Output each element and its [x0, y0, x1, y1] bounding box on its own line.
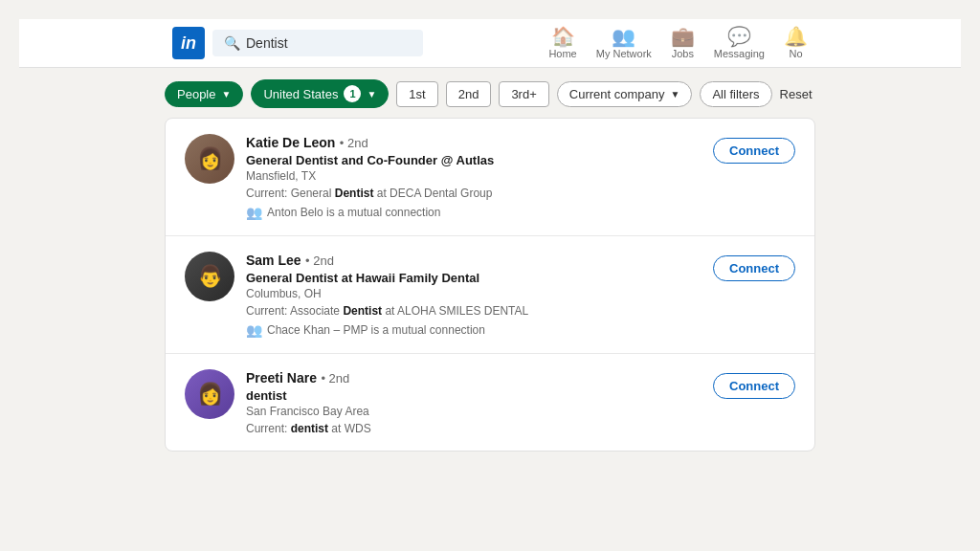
- avatar: 👩: [185, 369, 234, 419]
- connect-button-sam[interactable]: Connect: [713, 255, 795, 281]
- nav-network[interactable]: 👥 My Network: [596, 27, 652, 59]
- result-info-katie: Katie De Leon • 2nd General Dentist and …: [246, 134, 494, 220]
- company-filter-button[interactable]: Current company ▼: [557, 81, 693, 107]
- people-filter-button[interactable]: People ▼: [165, 81, 243, 107]
- mutual-connection-sam: 👥 Chace Khan – PMP is a mutual connectio…: [246, 322, 528, 338]
- result-left-katie: 👩 Katie De Leon • 2nd General Dentist an…: [185, 134, 713, 220]
- result-name-sam: Sam Lee: [246, 253, 301, 268]
- linkedin-logo: in: [172, 27, 205, 59]
- all-filters-button[interactable]: All filters: [700, 81, 771, 107]
- us-filter-badge: 1: [344, 85, 361, 102]
- third-filter-label: 3rd+: [511, 87, 536, 101]
- first-filter-button[interactable]: 1st: [396, 81, 437, 107]
- people-chevron-icon: ▼: [221, 89, 231, 99]
- search-input[interactable]: [246, 35, 412, 51]
- result-location-preeti: San Francisco Bay Area: [246, 405, 371, 418]
- result-left-preeti: 👩 Preeti Nare • 2nd dentist San Francisc…: [185, 369, 713, 435]
- us-filter-label: United States: [263, 87, 338, 101]
- page-wrapper: in 🔍 🏠 Home 👥 My Network 💼 Jobs 💬: [19, 19, 961, 551]
- company-chevron-icon: ▼: [671, 89, 680, 99]
- table-row: 👨 Sam Lee • 2nd General Dentist at Hawai…: [166, 236, 814, 354]
- table-row: 👩 Katie De Leon • 2nd General Dentist an…: [166, 119, 814, 236]
- mutual-text-katie: Anton Belo is a mutual connection: [267, 206, 440, 219]
- mutual-text-sam: Chace Khan – PMP is a mutual connection: [267, 323, 485, 337]
- notifications-icon: 🔔: [784, 27, 808, 46]
- nav-messaging[interactable]: 💬 Messaging: [714, 27, 765, 59]
- nav-home-label: Home: [548, 48, 576, 59]
- result-degree-sam: • 2nd: [305, 253, 334, 268]
- result-location-sam: Columbus, OH: [246, 287, 528, 300]
- result-title-preeti: dentist: [246, 388, 371, 403]
- reset-button[interactable]: Reset: [780, 87, 813, 101]
- second-filter-button[interactable]: 2nd: [446, 81, 492, 107]
- navbar-right: 🏠 Home 👥 My Network 💼 Jobs 💬 Messaging 🔔…: [548, 27, 808, 59]
- mutual-icon-sam: 👥: [246, 322, 262, 338]
- avatar: 👩: [185, 134, 234, 184]
- result-degree-preeti: • 2nd: [321, 371, 349, 386]
- result-name-row-preeti: Preeti Nare • 2nd: [246, 369, 371, 386]
- result-current-sam: Current: Associate Dentist at ALOHA SMIL…: [246, 304, 528, 318]
- result-name-row: Katie De Leon • 2nd: [246, 134, 494, 151]
- result-current-preeti: Current: dentist at WDS: [246, 422, 371, 435]
- result-info-sam: Sam Lee • 2nd General Dentist at Hawaii …: [246, 252, 528, 338]
- navbar: in 🔍 🏠 Home 👥 My Network 💼 Jobs 💬: [19, 19, 961, 68]
- result-name-row-sam: Sam Lee • 2nd: [246, 252, 528, 269]
- navbar-left: in 🔍: [172, 27, 423, 59]
- nav-notifications[interactable]: 🔔 No: [784, 27, 808, 59]
- mutual-connection-katie: 👥 Anton Belo is a mutual connection: [246, 205, 494, 220]
- result-title-sam: General Dentist at Hawaii Family Dental: [246, 271, 528, 285]
- result-info-preeti: Preeti Nare • 2nd dentist San Francisco …: [246, 369, 371, 435]
- nav-home[interactable]: 🏠 Home: [548, 27, 576, 59]
- company-filter-label: Current company: [569, 87, 665, 101]
- nav-messaging-label: Messaging: [714, 48, 765, 59]
- result-left-sam: 👨 Sam Lee • 2nd General Dentist at Hawai…: [185, 252, 713, 338]
- network-icon: 👥: [612, 27, 635, 46]
- results-container: 👩 Katie De Leon • 2nd General Dentist an…: [165, 118, 815, 452]
- mutual-icon-katie: 👥: [246, 205, 262, 220]
- jobs-icon: 💼: [671, 27, 695, 46]
- third-filter-button[interactable]: 3rd+: [499, 81, 548, 107]
- result-current-katie: Current: General Dentist at DECA Dental …: [246, 187, 494, 200]
- nav-jobs[interactable]: 💼 Jobs: [671, 27, 695, 59]
- avatar-initials-sam: 👨: [197, 264, 223, 289]
- second-filter-label: 2nd: [458, 87, 479, 101]
- people-filter-label: People: [177, 87, 215, 101]
- result-location-katie: Mansfield, TX: [246, 169, 494, 183]
- first-filter-label: 1st: [409, 87, 425, 101]
- connect-button-preeti[interactable]: Connect: [713, 373, 795, 399]
- result-name-preeti: Preeti Nare: [246, 370, 317, 386]
- nav-notifications-label: No: [789, 48, 802, 59]
- us-chevron-icon: ▼: [367, 89, 376, 99]
- messaging-icon: 💬: [727, 27, 751, 46]
- table-row: 👩 Preeti Nare • 2nd dentist San Francisc…: [166, 354, 814, 451]
- search-icon: 🔍: [224, 35, 240, 51]
- filters-row: People ▼ United States 1 ▼ 1st 2nd 3rd+ …: [165, 68, 815, 118]
- result-degree-katie: • 2nd: [340, 136, 368, 150]
- result-name-katie: Katie De Leon: [246, 135, 335, 150]
- avatar-initials-preeti: 👩: [197, 382, 223, 407]
- search-bar[interactable]: 🔍: [212, 30, 423, 56]
- us-filter-button[interactable]: United States 1 ▼: [251, 79, 389, 108]
- home-icon: 🏠: [551, 27, 575, 46]
- nav-jobs-label: Jobs: [672, 48, 694, 59]
- reset-label: Reset: [780, 87, 813, 101]
- result-title-katie: General Dentist and Co-Founder @ Autlas: [246, 153, 494, 167]
- all-filters-label: All filters: [712, 87, 759, 101]
- connect-button-katie[interactable]: Connect: [713, 138, 795, 164]
- nav-network-label: My Network: [596, 48, 652, 59]
- avatar-initials-katie: 👩: [197, 146, 223, 171]
- avatar: 👨: [185, 252, 234, 301]
